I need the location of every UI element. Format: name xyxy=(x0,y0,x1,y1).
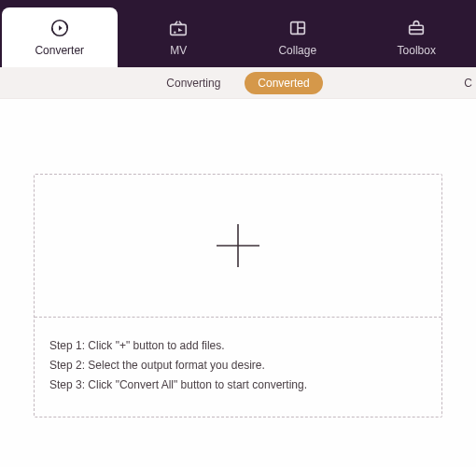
tab-label: MV xyxy=(170,44,187,57)
tab-label: Collage xyxy=(278,44,316,57)
tab-label: Converter xyxy=(35,44,84,57)
step-1: Step 1: Click "+" button to add files. xyxy=(49,337,427,354)
tab-collage[interactable]: Collage xyxy=(240,7,356,67)
subtab-converting[interactable]: Converting xyxy=(153,72,233,94)
top-nav: Converter MV Collage Toolbox xyxy=(0,0,476,67)
step-3: Step 3: Click "Convert All" button to st… xyxy=(49,376,427,393)
tab-label: Toolbox xyxy=(398,44,436,57)
toolbox-icon xyxy=(406,18,427,38)
drop-zone: Step 1: Click "+" button to add files. S… xyxy=(34,174,442,417)
plus-icon xyxy=(211,219,265,273)
collage-icon xyxy=(287,18,308,38)
mv-icon xyxy=(168,18,189,38)
tab-toolbox[interactable]: Toolbox xyxy=(359,7,475,67)
step-2: Step 2: Select the output format you des… xyxy=(49,357,427,374)
subbar-extra: C xyxy=(464,77,472,90)
tab-converter[interactable]: Converter xyxy=(2,7,118,67)
add-files-button[interactable] xyxy=(35,175,441,317)
subtab-converted[interactable]: Converted xyxy=(245,72,322,94)
svg-point-3 xyxy=(174,31,175,33)
sub-nav: Converting Converted C xyxy=(0,67,476,99)
instructions: Step 1: Click "+" button to add files. S… xyxy=(35,318,441,417)
content-area: Step 1: Click "+" button to add files. S… xyxy=(0,99,476,446)
tab-mv[interactable]: MV xyxy=(121,7,237,67)
svg-marker-1 xyxy=(59,25,63,31)
converter-icon xyxy=(49,18,70,38)
